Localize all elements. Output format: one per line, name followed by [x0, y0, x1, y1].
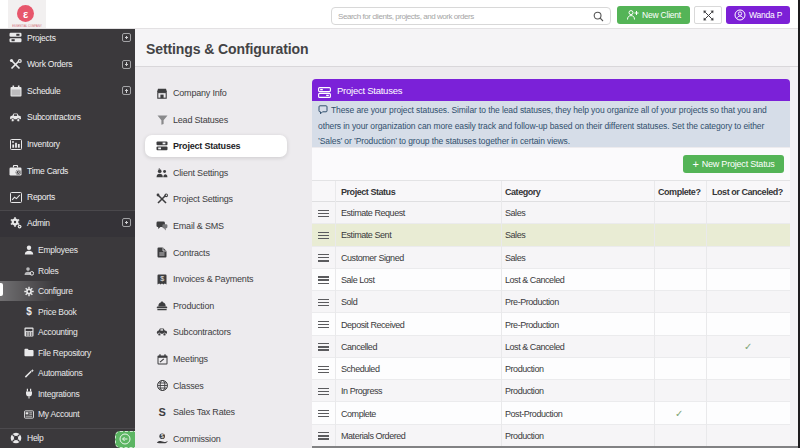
- svg-text:$: $: [160, 275, 164, 282]
- svg-text:$: $: [161, 434, 164, 440]
